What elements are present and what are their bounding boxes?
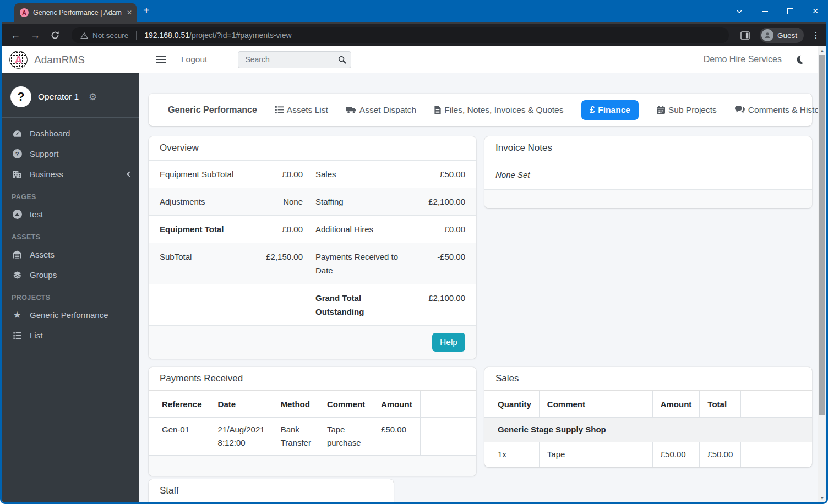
url-text[interactable]: 192.168.0.51/project/?id=1#payments-view bbox=[144, 31, 291, 40]
tab-label: Asset Dispatch bbox=[359, 105, 416, 115]
grand-total-label: Grand Total Outstanding bbox=[303, 291, 410, 319]
staff-section: Staff bbox=[149, 479, 812, 502]
tab-close-icon[interactable]: ✕ bbox=[127, 9, 132, 17]
browser-tab[interactable]: A Generic Performance | AdamRMS ✕ bbox=[14, 3, 137, 22]
question-circle-icon: ? bbox=[12, 149, 23, 158]
sidebar-item-dashboard[interactable]: Dashboard bbox=[2, 123, 139, 144]
overview-label: Equipment Total bbox=[160, 222, 262, 236]
tab-assets-list[interactable]: Assets List bbox=[275, 105, 328, 115]
not-secure-warning-icon bbox=[80, 32, 88, 39]
overview-value: None bbox=[262, 195, 303, 209]
overview-table: Equipment SubTotal £0.00 Sales £50.00 Ad… bbox=[149, 160, 476, 359]
minimize-button[interactable] bbox=[752, 0, 777, 22]
tab-asset-dispatch[interactable]: Asset Dispatch bbox=[346, 105, 416, 115]
sidebar-item-business[interactable]: Business bbox=[2, 164, 139, 184]
overview-value: £2,150.00 bbox=[262, 250, 303, 277]
tab-finance[interactable]: £ Finance bbox=[581, 100, 638, 120]
scrollbar-thumb[interactable] bbox=[819, 55, 825, 415]
column-header: Total bbox=[700, 391, 741, 418]
user-avatar[interactable]: ? bbox=[10, 86, 31, 107]
profile-button[interactable]: Guest bbox=[760, 28, 804, 43]
scrollbar-up-arrow[interactable]: ▲ bbox=[818, 46, 826, 54]
gear-icon[interactable]: ⚙ bbox=[89, 91, 97, 103]
staff-card: Staff bbox=[149, 479, 394, 502]
overview-title: Overview bbox=[149, 136, 476, 160]
dark-mode-moon-icon[interactable] bbox=[795, 55, 804, 64]
overview-value: -£50.00 bbox=[410, 250, 465, 277]
tab-label: Finance bbox=[598, 105, 630, 115]
instance-name[interactable]: Demo Hire Services bbox=[704, 54, 782, 64]
help-button[interactable]: Help bbox=[432, 333, 465, 352]
sales-group-label: Generic Stage Supply Shop bbox=[484, 418, 812, 442]
column-header: Method bbox=[273, 391, 319, 418]
profile-label: Guest bbox=[777, 31, 797, 40]
sidebar-item-list[interactable]: List bbox=[2, 325, 139, 346]
sales-table: Quantity Comment Amount Total Generic St… bbox=[484, 391, 812, 467]
overview-row: Equipment Total £0.00 Additional Hires £… bbox=[149, 215, 476, 243]
page-scrollbar[interactable]: ▲ ▼ bbox=[818, 46, 826, 502]
column-header: Reference bbox=[149, 391, 210, 418]
warehouse-icon bbox=[12, 250, 23, 259]
sidebar-item-assets[interactable]: Assets bbox=[2, 244, 139, 265]
close-button[interactable]: ✕ bbox=[803, 0, 828, 22]
payments-received-card: Payments Received Reference Date Method … bbox=[149, 367, 476, 476]
file-icon bbox=[434, 106, 441, 114]
sales-row[interactable]: 1x Tape £50.00 £50.00 bbox=[484, 442, 812, 467]
forward-icon[interactable]: → bbox=[26, 26, 44, 44]
overview-card: Overview Equipment SubTotal £0.00 Sales … bbox=[149, 136, 476, 359]
sidebar-item-test[interactable]: test bbox=[2, 204, 139, 224]
pound-icon: £ bbox=[590, 106, 595, 114]
sidebar-item-label: Assets bbox=[30, 250, 55, 259]
browser-menu-icon[interactable]: ⋮ bbox=[809, 30, 822, 40]
side-panel-icon[interactable] bbox=[737, 26, 754, 44]
sale-actions bbox=[741, 442, 812, 467]
sidebar-item-label: Business bbox=[30, 169, 63, 179]
list-icon bbox=[275, 106, 284, 114]
logout-link[interactable]: Logout bbox=[181, 54, 207, 64]
menu-toggle-icon[interactable] bbox=[156, 56, 166, 63]
sidebar-item-support[interactable]: ? Support bbox=[2, 144, 139, 164]
scrollbar-down-arrow[interactable]: ▼ bbox=[818, 494, 826, 502]
tab-files-notes[interactable]: Files, Notes, Invoices & Quotes bbox=[434, 105, 563, 115]
project-tabs: Generic Performance Assets List Asset Di… bbox=[149, 94, 812, 126]
brand-name: AdamRMS bbox=[34, 54, 85, 66]
back-icon[interactable]: ← bbox=[7, 26, 24, 44]
payment-date: 21/Aug/2021 8:12:00 bbox=[210, 418, 273, 456]
sidebar-heading-projects: PROJECTS bbox=[2, 285, 139, 305]
invoice-notes-footer bbox=[484, 189, 812, 208]
tab-sub-projects[interactable]: Sub Projects bbox=[657, 105, 717, 115]
user-panel[interactable]: ? Operator 1 ⚙ bbox=[2, 82, 139, 117]
column-header bbox=[420, 391, 476, 418]
search-input[interactable] bbox=[245, 55, 338, 64]
browser-titlebar: A Generic Performance | AdamRMS ✕ + ✕ bbox=[0, 0, 828, 22]
tab-comments-history[interactable]: Comments & History bbox=[735, 105, 818, 115]
security-label[interactable]: Not secure bbox=[92, 31, 128, 40]
building-icon bbox=[12, 170, 23, 178]
sidebar: A AdamRMS ? Operator 1 ⚙ Dashboard bbox=[2, 46, 139, 502]
overview-label: Adjustments bbox=[160, 195, 262, 209]
sidebar-item-generic-performance[interactable]: ★ Generic Performance bbox=[2, 305, 139, 325]
search-icon[interactable] bbox=[338, 56, 346, 64]
brand-header[interactable]: A AdamRMS bbox=[2, 46, 139, 73]
sales-group-row: Generic Stage Supply Shop bbox=[484, 418, 812, 442]
staff-title: Staff bbox=[149, 479, 394, 502]
user-name: Operator 1 bbox=[38, 92, 79, 102]
maximize-button[interactable] bbox=[777, 0, 803, 22]
list-ol-icon bbox=[12, 332, 23, 339]
reload-icon[interactable] bbox=[46, 26, 64, 44]
payments-title: Payments Received bbox=[149, 367, 476, 391]
address-bar[interactable]: Not secure 192.168.0.51/project/?id=1#pa… bbox=[72, 27, 729, 43]
column-header: Comment bbox=[319, 391, 373, 418]
overview-row: SubTotal £2,150.00 Payments Received to … bbox=[149, 243, 476, 284]
overview-label: Additional Hires bbox=[303, 222, 410, 236]
sidebar-divider bbox=[2, 117, 139, 118]
calendar-icon bbox=[657, 106, 665, 114]
sidebar-item-groups[interactable]: Groups bbox=[2, 265, 139, 285]
circle-up-icon bbox=[12, 210, 23, 219]
sidebar-item-label: Generic Performance bbox=[30, 310, 108, 320]
browser-toolbar: ← → Not secure 192.168.0.51/project/?id=… bbox=[0, 22, 828, 46]
column-header: Amount bbox=[652, 391, 700, 418]
payments-row[interactable]: Gen-01 21/Aug/2021 8:12:00 Bank Transfer… bbox=[149, 418, 476, 456]
tab-search-icon[interactable] bbox=[727, 0, 752, 22]
new-tab-button[interactable]: + bbox=[143, 5, 150, 16]
